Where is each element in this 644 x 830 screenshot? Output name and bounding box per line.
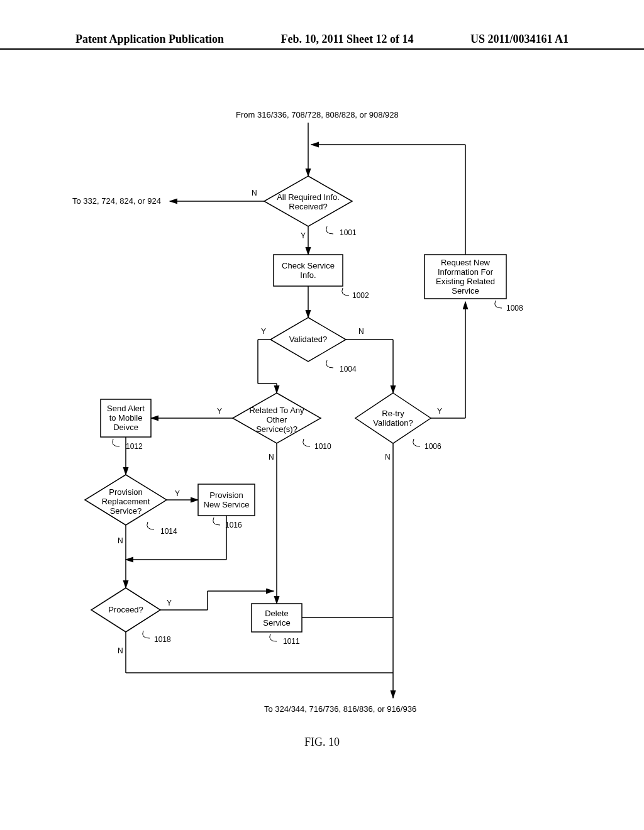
- node-1010-ref: 1010: [314, 442, 331, 451]
- node-1006-N: N: [385, 453, 391, 462]
- node-1014-ref: 1014: [160, 527, 177, 536]
- node-1004-ref: 1004: [340, 365, 357, 374]
- node-1002-ref: 1002: [352, 291, 369, 300]
- node-1004-Y: Y: [261, 327, 266, 336]
- bottom-reference: To 324/344, 716/736, 816/836, or 916/936: [264, 704, 416, 714]
- node-1001-N: N: [252, 189, 257, 197]
- node-1014-N: N: [118, 536, 123, 545]
- page-header: Patent Application Publication Feb. 10, …: [0, 33, 644, 50]
- node-1014-text: Provision Replacement Service?: [96, 487, 156, 516]
- node-1018-text: Proceed?: [105, 605, 147, 614]
- header-right: US 2011/0034161 A1: [470, 33, 569, 46]
- node-1008-ref: 1008: [506, 304, 523, 313]
- node-1018-ref: 1018: [154, 635, 171, 644]
- header-center: Feb. 10, 2011 Sheet 12 of 14: [281, 33, 414, 46]
- node-1006-text: Re-try Validation?: [368, 409, 418, 428]
- node-1018-N: N: [118, 646, 123, 655]
- page: Patent Application Publication Feb. 10, …: [0, 0, 644, 830]
- node-1002-text: Check Service Info.: [277, 261, 340, 280]
- node-1012-text: Send Alert to Mobile Deivce: [103, 404, 149, 432]
- node-1011-text: Delete Service: [255, 609, 299, 628]
- node-1004-N: N: [358, 327, 364, 336]
- node-1001-Y: Y: [301, 231, 306, 240]
- node-1010-text: Related To Any Other Service(s)?: [248, 406, 305, 434]
- node-1018-Y: Y: [167, 599, 172, 607]
- node-1001-ref: 1001: [340, 228, 357, 237]
- node-1008-text: Request New Information For Existing Rel…: [428, 258, 503, 296]
- node-1014-Y: Y: [175, 489, 180, 498]
- node-1011-ref: 1011: [283, 637, 300, 646]
- node-1006-Y: Y: [437, 407, 442, 416]
- node-1012-ref: 1012: [126, 442, 143, 451]
- figure-caption: FIG. 10: [304, 736, 340, 749]
- node-1016-ref: 1016: [225, 521, 242, 529]
- left-exit-ref: To 332, 724, 824, or 924: [72, 196, 161, 206]
- node-1010-Y: Y: [217, 407, 222, 416]
- node-1001-text: All Required Info. Received?: [277, 192, 340, 211]
- node-1006-ref: 1006: [425, 442, 441, 451]
- node-1010-N: N: [269, 453, 274, 462]
- node-1004-text: Validated?: [286, 335, 330, 344]
- node-1016-text: Provision New Service: [201, 490, 252, 509]
- header-left: Patent Application Publication: [75, 33, 224, 46]
